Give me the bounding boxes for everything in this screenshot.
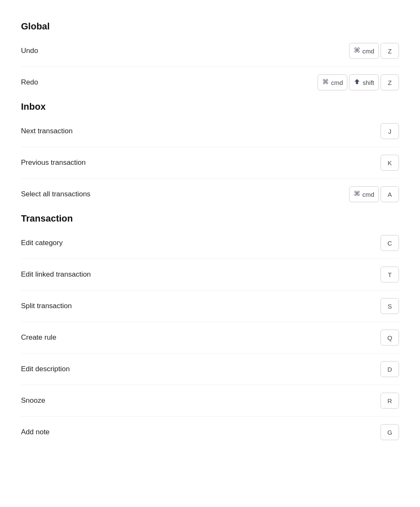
key-badge: cmd [349, 43, 379, 59]
key-badge: T [381, 267, 399, 283]
shortcut-keys: C [381, 235, 399, 251]
shortcut-row: Previous transactionK [21, 147, 399, 179]
shortcut-label: Create rule [21, 333, 56, 342]
key-badge: S [381, 298, 399, 314]
key-text: shift [362, 79, 374, 86]
key-badge: C [381, 235, 399, 251]
shortcut-label: Add note [21, 428, 50, 436]
shortcut-keys: S [381, 298, 399, 314]
shortcut-label: Edit description [21, 365, 70, 373]
shortcut-row: Redo cmd shiftZ [21, 67, 399, 98]
section-inbox: InboxNext transactionJPrevious transacti… [21, 101, 399, 210]
key-text: Z [388, 79, 391, 86]
keyboard-shortcuts-page: GlobalUndo cmdZRedo cmd shiftZInboxNext … [21, 21, 399, 448]
shortcut-row: Next transactionJ [21, 116, 399, 147]
shortcut-row: Split transactionS [21, 290, 399, 322]
section-title-transaction: Transaction [21, 213, 399, 224]
shortcut-keys: Q [381, 330, 399, 346]
shortcut-keys: G [381, 424, 399, 440]
shortcut-label: Next transaction [21, 127, 73, 135]
key-badge: shift [349, 74, 379, 90]
key-text: A [388, 191, 392, 198]
key-badge: R [381, 393, 399, 409]
key-text: T [388, 271, 391, 278]
shortcut-row: Select all transactions cmdA [21, 179, 399, 210]
key-text: cmd [362, 48, 374, 55]
cmd-icon [354, 190, 360, 198]
shift-icon [354, 78, 360, 87]
shortcut-row: Edit categoryC [21, 227, 399, 259]
key-badge: Q [381, 330, 399, 346]
key-text: R [388, 397, 392, 404]
key-badge: A [381, 186, 399, 202]
shortcut-label: Snooze [21, 396, 45, 405]
key-text: G [387, 429, 392, 436]
shortcut-label: Previous transaction [21, 158, 86, 167]
key-text: C [388, 240, 392, 247]
key-text: J [388, 128, 391, 135]
key-badge: cmd [318, 74, 347, 90]
shortcut-keys: R [381, 393, 399, 409]
key-text: K [388, 159, 392, 166]
section-title-global: Global [21, 21, 399, 32]
shortcut-row: Add noteG [21, 417, 399, 448]
shortcut-label: Select all transactions [21, 190, 90, 198]
cmd-icon [322, 78, 329, 87]
shortcut-row: Edit linked transactionT [21, 259, 399, 290]
section-global: GlobalUndo cmdZRedo cmd shiftZ [21, 21, 399, 98]
key-text: Z [388, 48, 391, 55]
key-badge: cmd [349, 186, 379, 202]
shortcut-keys: K [381, 155, 399, 171]
shortcut-row: Edit descriptionD [21, 354, 399, 385]
key-badge: G [381, 424, 399, 440]
shortcut-label: Undo [21, 47, 38, 55]
key-text: S [388, 303, 392, 310]
shortcut-label: Edit linked transaction [21, 270, 91, 279]
section-transaction: TransactionEdit categoryCEdit linked tra… [21, 213, 399, 448]
shortcut-keys: J [381, 123, 399, 139]
key-badge: D [381, 361, 399, 377]
cmd-icon [354, 47, 360, 55]
shortcut-row: Undo cmdZ [21, 35, 399, 67]
shortcut-row: SnoozeR [21, 385, 399, 417]
shortcut-row: Create ruleQ [21, 322, 399, 354]
shortcut-label: Split transaction [21, 302, 72, 310]
key-text: Q [387, 334, 392, 341]
key-badge: K [381, 155, 399, 171]
shortcut-keys: cmdA [349, 186, 399, 202]
shortcut-keys: D [381, 361, 399, 377]
shortcut-keys: cmdZ [349, 43, 399, 59]
key-text: cmd [331, 79, 343, 86]
shortcut-keys: cmd shiftZ [318, 74, 399, 90]
shortcut-label: Edit category [21, 239, 63, 247]
key-badge: Z [381, 43, 399, 59]
shortcut-label: Redo [21, 78, 38, 87]
key-text: cmd [362, 191, 374, 198]
key-badge: Z [381, 74, 399, 90]
section-title-inbox: Inbox [21, 101, 399, 112]
key-badge: J [381, 123, 399, 139]
shortcut-keys: T [381, 267, 399, 283]
key-text: D [388, 366, 392, 373]
